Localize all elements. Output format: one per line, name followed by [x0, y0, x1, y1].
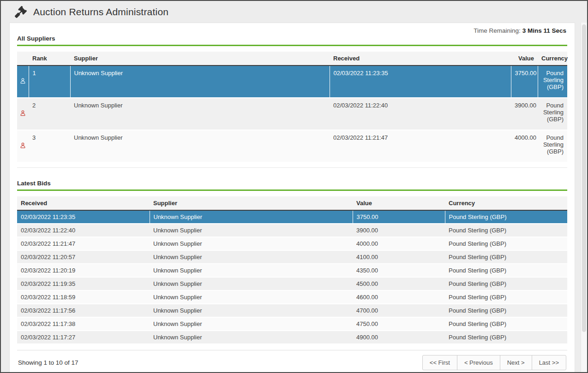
col-received: Received — [17, 196, 150, 210]
cell-received: 02/03/2022 11:17:38 — [17, 317, 150, 331]
cell-received: 02/03/2022 11:20:19 — [17, 264, 150, 277]
table-row[interactable]: 2 Unknown Supplier 02/03/2022 11:22:40 3… — [17, 98, 567, 130]
table-row[interactable]: 02/03/2022 11:17:38 Unknown Supplier 475… — [17, 317, 567, 331]
cell-rank: 3 — [29, 130, 70, 162]
cell-supplier: Unknown Supplier — [70, 130, 330, 162]
gavel-icon — [15, 6, 27, 18]
user-icon — [19, 142, 26, 149]
main-content: Time Remaining: 3 Mins 11 Secs All Suppl… — [1, 23, 587, 373]
cell-value: 4000.00 — [353, 237, 445, 250]
main-panel: Time Remaining: 3 Mins 11 Secs All Suppl… — [9, 23, 575, 373]
cell-currency: Pound Sterling (GBP) — [445, 210, 567, 224]
cell-value: 4700.00 — [353, 304, 445, 317]
cell-currency: Pound Sterling (GBP) — [445, 277, 567, 290]
supplier-icon-cell — [17, 98, 29, 130]
cell-currency: Pound Sterling (GBP) — [445, 237, 567, 250]
cell-value: 4750.00 — [353, 317, 445, 331]
cell-received: 02/03/2022 11:19:35 — [17, 277, 150, 290]
cell-value: 4000.00 — [511, 130, 538, 162]
table-row[interactable]: 02/03/2022 11:17:27 Unknown Supplier 490… — [17, 331, 567, 344]
cell-currency: Pound Sterling (GBP) — [445, 304, 567, 317]
cell-supplier: Unknown Supplier — [70, 65, 330, 98]
col-supplier: Supplier — [150, 196, 353, 210]
cell-supplier: Unknown Supplier — [150, 264, 353, 277]
table-row[interactable]: 02/03/2022 11:17:56 Unknown Supplier 470… — [17, 304, 567, 317]
all-suppliers-heading: All Suppliers — [17, 34, 567, 46]
cell-received: 02/03/2022 11:21:47 — [330, 130, 511, 162]
cell-currency: Pound Sterling (GBP) — [538, 65, 567, 98]
cell-value: 4100.00 — [353, 250, 445, 264]
cell-supplier: Unknown Supplier — [150, 304, 353, 317]
cell-rank: 1 — [29, 65, 70, 98]
showing-count-text: Showing 1 to 10 of 17 — [18, 359, 78, 366]
cell-supplier: Unknown Supplier — [150, 237, 353, 250]
cell-value: 4600.00 — [353, 290, 445, 304]
table-row[interactable]: 02/03/2022 11:23:35 Unknown Supplier 375… — [17, 210, 567, 224]
page-title: Auction Returns Administration — [33, 6, 168, 18]
table-row[interactable]: 02/03/2022 11:20:57 Unknown Supplier 410… — [17, 250, 567, 264]
section-divider — [17, 167, 567, 168]
cell-received: 02/03/2022 11:22:40 — [330, 98, 511, 130]
cell-supplier: Unknown Supplier — [150, 277, 353, 290]
supplier-icon-cell — [17, 65, 29, 98]
cell-received: 02/03/2022 11:18:59 — [17, 290, 150, 304]
cell-supplier: Unknown Supplier — [150, 317, 353, 331]
col-value: Value — [511, 52, 538, 65]
cell-currency: Pound Sterling (GBP) — [538, 98, 567, 130]
supplier-icon-cell — [17, 130, 29, 162]
cell-received: 02/03/2022 11:21:47 — [17, 237, 150, 250]
cell-supplier: Unknown Supplier — [150, 210, 353, 224]
cell-received: 02/03/2022 11:23:35 — [17, 210, 150, 224]
col-supplier: Supplier — [70, 52, 330, 65]
table-row[interactable]: 02/03/2022 11:20:19 Unknown Supplier 435… — [17, 264, 567, 277]
cell-currency: Pound Sterling (GBP) — [445, 250, 567, 264]
table-row[interactable]: 3 Unknown Supplier 02/03/2022 11:21:47 4… — [17, 130, 567, 162]
cell-received: 02/03/2022 11:17:56 — [17, 304, 150, 317]
user-icon — [19, 110, 26, 117]
cell-value: 4500.00 — [353, 277, 445, 290]
col-received: Received — [330, 52, 511, 65]
cell-supplier: Unknown Supplier — [70, 98, 330, 130]
scrollbar-track[interactable] — [581, 23, 587, 372]
user-icon — [19, 77, 26, 84]
cell-supplier: Unknown Supplier — [150, 224, 353, 237]
next-page-button[interactable]: Next > — [500, 355, 532, 370]
table-row[interactable]: 02/03/2022 11:18:59 Unknown Supplier 460… — [17, 290, 567, 304]
time-remaining: Time Remaining: 3 Mins 11 Secs — [17, 26, 567, 34]
latest-bids-heading: Latest Bids — [17, 175, 567, 191]
cell-value: 3750.00 — [511, 65, 538, 98]
last-page-button[interactable]: Last >> — [532, 355, 566, 370]
cell-value: 3900.00 — [353, 224, 445, 237]
table-row[interactable]: 02/03/2022 11:22:40 Unknown Supplier 390… — [17, 224, 567, 237]
col-value: Value — [353, 196, 445, 210]
cell-currency: Pound Sterling (GBP) — [445, 290, 567, 304]
cell-value: 4900.00 — [353, 331, 445, 344]
latest-bids-table: Received Supplier Value Currency 02/03/2… — [17, 196, 567, 344]
time-remaining-value: 3 Mins 11 Secs — [522, 27, 566, 34]
cell-currency: Pound Sterling (GBP) — [445, 317, 567, 331]
table-row[interactable]: 02/03/2022 11:19:35 Unknown Supplier 450… — [17, 277, 567, 290]
cell-currency: Pound Sterling (GBP) — [445, 331, 567, 344]
all-suppliers-table: Rank Supplier Received Value Currency 1 … — [17, 52, 567, 163]
cell-received: 02/03/2022 11:20:57 — [17, 250, 150, 264]
cell-currency: Pound Sterling (GBP) — [538, 130, 567, 162]
table-footer: Showing 1 to 10 of 17 << First < Previou… — [17, 350, 567, 373]
pagination: << First < Previous Next > Last >> — [422, 355, 566, 370]
table-row[interactable]: 02/03/2022 11:21:47 Unknown Supplier 400… — [17, 237, 567, 250]
cell-value: 3750.00 — [353, 210, 445, 224]
first-page-button[interactable]: << First — [422, 355, 457, 370]
icon-column-header — [17, 52, 29, 65]
cell-received: 02/03/2022 11:17:27 — [17, 331, 150, 344]
scrollbar-thumb[interactable] — [582, 24, 586, 332]
table-row[interactable]: 1 Unknown Supplier 02/03/2022 11:23:35 3… — [17, 65, 567, 98]
col-rank: Rank — [29, 52, 70, 65]
previous-page-button[interactable]: < Previous — [457, 355, 500, 370]
time-remaining-label: Time Remaining: — [474, 27, 521, 34]
app-header: Auction Returns Administration — [1, 1, 587, 23]
latest-bids-header-row: Received Supplier Value Currency — [17, 196, 567, 210]
auction-admin-page: { "page": { "title": "Auction Returns Ad… — [0, 0, 588, 373]
cell-received: 02/03/2022 11:22:40 — [17, 224, 150, 237]
cell-rank: 2 — [29, 98, 70, 130]
cell-supplier: Unknown Supplier — [150, 290, 353, 304]
col-currency: Currency — [445, 196, 567, 210]
